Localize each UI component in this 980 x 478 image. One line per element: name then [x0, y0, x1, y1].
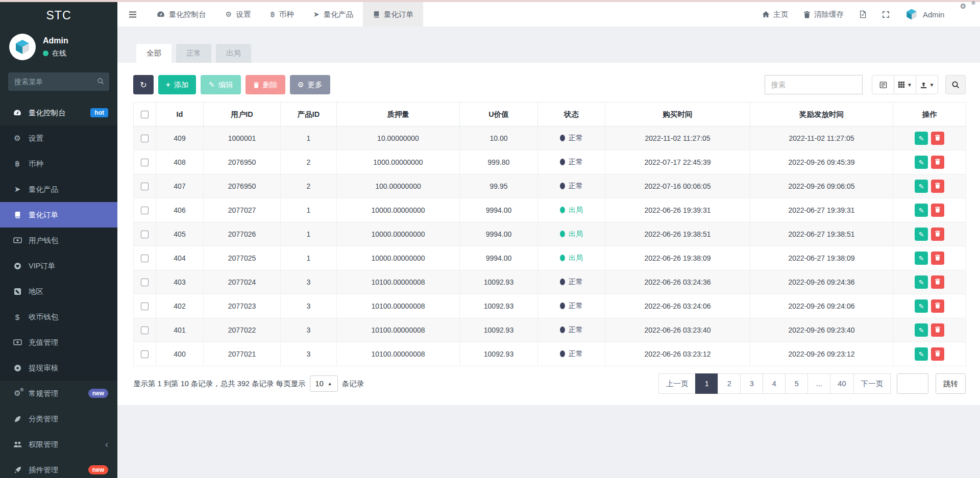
row-delete-button[interactable] [931, 275, 944, 289]
jump-page-input[interactable] [897, 373, 928, 394]
row-checkbox[interactable] [141, 183, 149, 190]
row-edit-button[interactable]: ✎ [915, 228, 928, 241]
settings-cogs-icon[interactable]: ⚙⚙ [953, 2, 973, 27]
sidebar-search-input[interactable] [8, 72, 109, 91]
sidebar-item-label: 分类管理 [29, 414, 58, 424]
row-edit-button[interactable]: ✎ [915, 132, 928, 145]
sidebar-item-13[interactable]: 权限管理‹ [0, 432, 117, 457]
row-edit-button[interactable]: ✎ [915, 299, 928, 313]
row-edit-button[interactable]: ✎ [915, 275, 928, 289]
delete-button[interactable]: 删除 [246, 75, 285, 94]
user-menu[interactable]: Admin [898, 2, 951, 27]
refresh-button[interactable]: ↻ [133, 75, 154, 94]
page-button-下一页[interactable]: 下一页 [853, 373, 891, 394]
columns-dropdown-button[interactable]: ▼ [894, 75, 916, 94]
page-size-select[interactable]: 10▲ [310, 375, 338, 392]
edit-button[interactable]: ✎编辑 [201, 75, 240, 94]
row-checkbox[interactable] [141, 350, 149, 358]
sidebar-item-6[interactable]: VIP订单 [0, 253, 117, 279]
row-checkbox[interactable] [141, 231, 149, 238]
sidebar-item-8[interactable]: $收币钱包 [0, 304, 117, 330]
row-delete-button[interactable] [931, 347, 944, 361]
sidebar-item-14[interactable]: 插件管理new [0, 457, 117, 478]
sidebar-item-5[interactable]: 用户钱包 [0, 228, 117, 253]
nav-tab-4[interactable]: 量化订单 [363, 2, 423, 27]
status-dot [560, 207, 565, 213]
col-reward-time[interactable]: 奖励发放时间 [750, 103, 893, 127]
row-checkbox[interactable] [141, 207, 149, 214]
row-checkbox[interactable] [141, 279, 149, 286]
more-button[interactable]: ⚙更多 [290, 75, 330, 94]
row-delete-button[interactable] [931, 228, 944, 241]
add-button[interactable]: +添加 [158, 75, 196, 94]
sidebar-item-9[interactable]: 充值管理 [0, 330, 117, 355]
sidebar-item-0[interactable]: 量化控制台hot [0, 100, 117, 125]
search-button[interactable] [945, 75, 966, 94]
row-checkbox[interactable] [141, 303, 149, 310]
table-search-input[interactable] [765, 75, 863, 94]
row-delete-button[interactable] [931, 180, 944, 193]
page-button-40[interactable]: 40 [830, 373, 853, 394]
row-edit-button[interactable]: ✎ [915, 180, 928, 193]
cell-user_id: 2077027 [204, 198, 281, 222]
export-dropdown-button[interactable]: ▼ [916, 75, 938, 94]
nav-tab-0[interactable]: 量化控制台 [147, 2, 216, 27]
jump-button[interactable]: 跳转 [936, 373, 966, 394]
sidebar-item-12[interactable]: 分类管理 [0, 406, 117, 432]
sidebar-item-10[interactable]: 提现审核 [0, 355, 117, 381]
col-status[interactable]: 状态 [538, 103, 605, 127]
row-delete-button[interactable] [931, 204, 944, 217]
clear-cache-link[interactable]: 清除缓存 [797, 2, 850, 27]
page-button-上一页[interactable]: 上一页 [658, 373, 696, 394]
nav-tab-1[interactable]: ⚙设置 [216, 2, 261, 27]
sidebar-item-11[interactable]: ⚙⚙常规管理new [0, 381, 117, 406]
sidebar-item-4[interactable]: 量化订单 [0, 202, 117, 228]
status-label: 正常 [569, 134, 583, 143]
col-user-id[interactable]: 用户ID [204, 103, 281, 127]
home-link[interactable]: 主页 [755, 2, 795, 27]
fullscreen-expand-icon[interactable] [875, 2, 896, 27]
sidebar-item-7[interactable]: 地区 [0, 279, 117, 304]
row-delete-button[interactable] [931, 132, 944, 145]
row-delete-button[interactable] [931, 251, 944, 265]
page-button-...[interactable]: ... [807, 373, 830, 394]
table-row-400: 4002077021310100.0000000810092.93正常2022-… [134, 342, 966, 366]
filter-tab-2[interactable]: 出局 [216, 44, 251, 63]
sidebar-item-3[interactable]: ➤量化产品 [0, 177, 117, 202]
col-actions[interactable]: 操作 [893, 103, 966, 127]
hamburger-menu-icon[interactable] [117, 11, 147, 18]
nav-tab-2[interactable]: ฿币种 [261, 2, 304, 27]
row-delete-button[interactable] [931, 299, 944, 313]
filter-tab-0[interactable]: 全部 [136, 44, 172, 63]
row-checkbox[interactable] [141, 135, 149, 142]
col-pledge[interactable]: 质押量 [337, 103, 460, 127]
page-button-2[interactable]: 2 [718, 373, 741, 394]
col-buy-time[interactable]: 购买时间 [605, 103, 750, 127]
row-delete-button[interactable] [931, 156, 944, 169]
nav-tab-3[interactable]: ➤量化产品 [304, 2, 363, 27]
page-button-1[interactable]: 1 [695, 373, 718, 394]
row-delete-button[interactable] [931, 323, 944, 337]
pencil-icon: ✎ [919, 279, 924, 286]
select-all-checkbox[interactable] [141, 111, 149, 118]
row-checkbox[interactable] [141, 326, 149, 334]
document-icon[interactable] [852, 2, 873, 27]
filter-tab-1[interactable]: 正常 [176, 44, 211, 63]
page-button-5[interactable]: 5 [785, 373, 808, 394]
row-edit-button[interactable]: ✎ [915, 156, 928, 169]
row-edit-button[interactable]: ✎ [915, 204, 928, 217]
col-id[interactable]: Id [156, 103, 204, 127]
detail-view-button[interactable] [872, 75, 894, 94]
col-u-value[interactable]: U价值 [460, 103, 538, 127]
row-edit-button[interactable]: ✎ [915, 251, 928, 265]
col-product-id[interactable]: 产品ID [281, 103, 337, 127]
page-button-3[interactable]: 3 [740, 373, 763, 394]
users-icon [11, 441, 23, 448]
sidebar-item-2[interactable]: ฿币种 [0, 151, 117, 177]
row-checkbox[interactable] [141, 255, 149, 262]
sidebar-item-1[interactable]: ⚙设置 [0, 125, 117, 151]
page-button-4[interactable]: 4 [763, 373, 786, 394]
row-edit-button[interactable]: ✎ [915, 347, 928, 361]
row-checkbox[interactable] [141, 159, 149, 166]
row-edit-button[interactable]: ✎ [915, 323, 928, 337]
